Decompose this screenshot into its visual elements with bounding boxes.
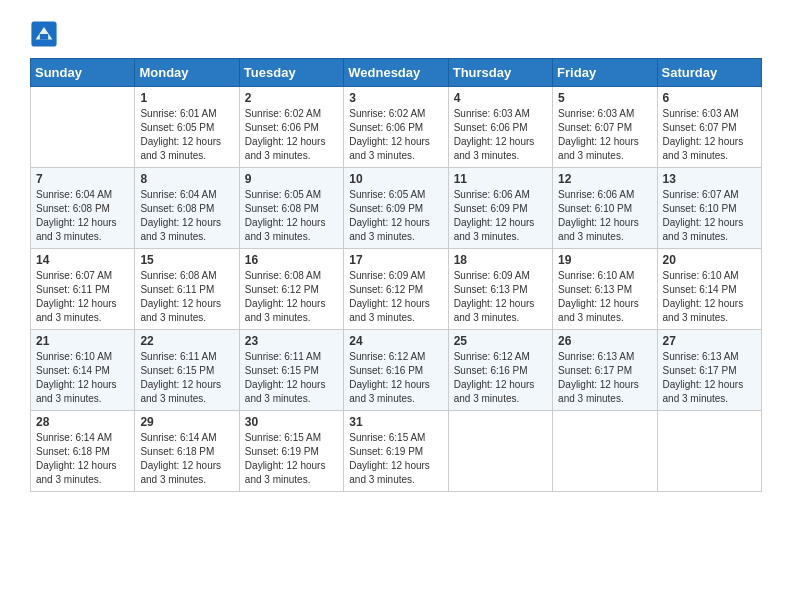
calendar-cell xyxy=(553,411,657,492)
daylight-text: Daylight: 12 hours and 3 minutes. xyxy=(349,378,442,406)
cell-info: Sunrise: 6:04 AM Sunset: 6:08 PM Dayligh… xyxy=(36,188,129,244)
cell-info: Sunrise: 6:11 AM Sunset: 6:15 PM Dayligh… xyxy=(140,350,233,406)
cell-info: Sunrise: 6:09 AM Sunset: 6:12 PM Dayligh… xyxy=(349,269,442,325)
day-number: 9 xyxy=(245,172,338,186)
cell-info: Sunrise: 6:08 AM Sunset: 6:12 PM Dayligh… xyxy=(245,269,338,325)
cell-info: Sunrise: 6:02 AM Sunset: 6:06 PM Dayligh… xyxy=(245,107,338,163)
sunrise-text: Sunrise: 6:02 AM xyxy=(349,107,442,121)
sunset-text: Sunset: 6:07 PM xyxy=(558,121,651,135)
calendar-cell: 6 Sunrise: 6:03 AM Sunset: 6:07 PM Dayli… xyxy=(657,87,761,168)
sunset-text: Sunset: 6:09 PM xyxy=(454,202,547,216)
daylight-text: Daylight: 12 hours and 3 minutes. xyxy=(558,297,651,325)
svg-rect-2 xyxy=(40,34,48,40)
sunset-text: Sunset: 6:16 PM xyxy=(454,364,547,378)
day-number: 11 xyxy=(454,172,547,186)
calendar-cell: 31 Sunrise: 6:15 AM Sunset: 6:19 PM Dayl… xyxy=(344,411,448,492)
calendar-cell: 16 Sunrise: 6:08 AM Sunset: 6:12 PM Dayl… xyxy=(239,249,343,330)
calendar-cell xyxy=(657,411,761,492)
daylight-text: Daylight: 12 hours and 3 minutes. xyxy=(245,378,338,406)
day-number: 24 xyxy=(349,334,442,348)
cell-info: Sunrise: 6:03 AM Sunset: 6:06 PM Dayligh… xyxy=(454,107,547,163)
daylight-text: Daylight: 12 hours and 3 minutes. xyxy=(245,459,338,487)
logo xyxy=(30,20,62,48)
day-number: 18 xyxy=(454,253,547,267)
sunrise-text: Sunrise: 6:14 AM xyxy=(140,431,233,445)
calendar-cell: 11 Sunrise: 6:06 AM Sunset: 6:09 PM Dayl… xyxy=(448,168,552,249)
daylight-text: Daylight: 12 hours and 3 minutes. xyxy=(454,216,547,244)
calendar-cell: 7 Sunrise: 6:04 AM Sunset: 6:08 PM Dayli… xyxy=(31,168,135,249)
calendar-table: SundayMondayTuesdayWednesdayThursdayFrid… xyxy=(30,58,762,492)
sunset-text: Sunset: 6:15 PM xyxy=(140,364,233,378)
day-number: 25 xyxy=(454,334,547,348)
day-number: 4 xyxy=(454,91,547,105)
sunrise-text: Sunrise: 6:13 AM xyxy=(663,350,756,364)
day-number: 12 xyxy=(558,172,651,186)
sunrise-text: Sunrise: 6:10 AM xyxy=(663,269,756,283)
sunrise-text: Sunrise: 6:05 AM xyxy=(349,188,442,202)
sunset-text: Sunset: 6:07 PM xyxy=(663,121,756,135)
sunset-text: Sunset: 6:13 PM xyxy=(558,283,651,297)
day-number: 6 xyxy=(663,91,756,105)
day-number: 5 xyxy=(558,91,651,105)
cell-info: Sunrise: 6:01 AM Sunset: 6:05 PM Dayligh… xyxy=(140,107,233,163)
daylight-text: Daylight: 12 hours and 3 minutes. xyxy=(140,297,233,325)
calendar-cell: 4 Sunrise: 6:03 AM Sunset: 6:06 PM Dayli… xyxy=(448,87,552,168)
calendar-cell xyxy=(31,87,135,168)
daylight-text: Daylight: 12 hours and 3 minutes. xyxy=(140,135,233,163)
sunset-text: Sunset: 6:19 PM xyxy=(349,445,442,459)
sunset-text: Sunset: 6:17 PM xyxy=(663,364,756,378)
calendar-week-4: 21 Sunrise: 6:10 AM Sunset: 6:14 PM Dayl… xyxy=(31,330,762,411)
daylight-text: Daylight: 12 hours and 3 minutes. xyxy=(245,216,338,244)
calendar-cell: 21 Sunrise: 6:10 AM Sunset: 6:14 PM Dayl… xyxy=(31,330,135,411)
day-number: 28 xyxy=(36,415,129,429)
cell-info: Sunrise: 6:06 AM Sunset: 6:10 PM Dayligh… xyxy=(558,188,651,244)
cell-info: Sunrise: 6:13 AM Sunset: 6:17 PM Dayligh… xyxy=(558,350,651,406)
sunset-text: Sunset: 6:19 PM xyxy=(245,445,338,459)
calendar-cell: 12 Sunrise: 6:06 AM Sunset: 6:10 PM Dayl… xyxy=(553,168,657,249)
sunrise-text: Sunrise: 6:07 AM xyxy=(663,188,756,202)
sunrise-text: Sunrise: 6:03 AM xyxy=(454,107,547,121)
daylight-text: Daylight: 12 hours and 3 minutes. xyxy=(245,297,338,325)
page-header xyxy=(30,20,762,48)
calendar-cell: 13 Sunrise: 6:07 AM Sunset: 6:10 PM Dayl… xyxy=(657,168,761,249)
calendar-cell: 19 Sunrise: 6:10 AM Sunset: 6:13 PM Dayl… xyxy=(553,249,657,330)
calendar-week-1: 1 Sunrise: 6:01 AM Sunset: 6:05 PM Dayli… xyxy=(31,87,762,168)
day-number: 7 xyxy=(36,172,129,186)
daylight-text: Daylight: 12 hours and 3 minutes. xyxy=(36,297,129,325)
daylight-text: Daylight: 12 hours and 3 minutes. xyxy=(454,378,547,406)
sunset-text: Sunset: 6:06 PM xyxy=(245,121,338,135)
daylight-text: Daylight: 12 hours and 3 minutes. xyxy=(558,378,651,406)
daylight-text: Daylight: 12 hours and 3 minutes. xyxy=(36,216,129,244)
sunrise-text: Sunrise: 6:11 AM xyxy=(140,350,233,364)
sunrise-text: Sunrise: 6:05 AM xyxy=(245,188,338,202)
daylight-text: Daylight: 12 hours and 3 minutes. xyxy=(454,297,547,325)
day-number: 31 xyxy=(349,415,442,429)
sunset-text: Sunset: 6:08 PM xyxy=(36,202,129,216)
day-number: 20 xyxy=(663,253,756,267)
calendar-cell: 20 Sunrise: 6:10 AM Sunset: 6:14 PM Dayl… xyxy=(657,249,761,330)
calendar-week-2: 7 Sunrise: 6:04 AM Sunset: 6:08 PM Dayli… xyxy=(31,168,762,249)
day-number: 2 xyxy=(245,91,338,105)
daylight-text: Daylight: 12 hours and 3 minutes. xyxy=(140,459,233,487)
cell-info: Sunrise: 6:13 AM Sunset: 6:17 PM Dayligh… xyxy=(663,350,756,406)
cell-info: Sunrise: 6:10 AM Sunset: 6:13 PM Dayligh… xyxy=(558,269,651,325)
calendar-cell: 15 Sunrise: 6:08 AM Sunset: 6:11 PM Dayl… xyxy=(135,249,239,330)
daylight-text: Daylight: 12 hours and 3 minutes. xyxy=(663,297,756,325)
calendar-cell: 24 Sunrise: 6:12 AM Sunset: 6:16 PM Dayl… xyxy=(344,330,448,411)
daylight-text: Daylight: 12 hours and 3 minutes. xyxy=(349,135,442,163)
cell-info: Sunrise: 6:02 AM Sunset: 6:06 PM Dayligh… xyxy=(349,107,442,163)
calendar-cell: 27 Sunrise: 6:13 AM Sunset: 6:17 PM Dayl… xyxy=(657,330,761,411)
day-number: 15 xyxy=(140,253,233,267)
cell-info: Sunrise: 6:12 AM Sunset: 6:16 PM Dayligh… xyxy=(349,350,442,406)
cell-info: Sunrise: 6:05 AM Sunset: 6:09 PM Dayligh… xyxy=(349,188,442,244)
daylight-text: Daylight: 12 hours and 3 minutes. xyxy=(245,135,338,163)
calendar-cell: 5 Sunrise: 6:03 AM Sunset: 6:07 PM Dayli… xyxy=(553,87,657,168)
day-of-week-tuesday: Tuesday xyxy=(239,59,343,87)
sunrise-text: Sunrise: 6:09 AM xyxy=(349,269,442,283)
sunrise-text: Sunrise: 6:03 AM xyxy=(558,107,651,121)
calendar-cell: 17 Sunrise: 6:09 AM Sunset: 6:12 PM Dayl… xyxy=(344,249,448,330)
cell-info: Sunrise: 6:10 AM Sunset: 6:14 PM Dayligh… xyxy=(663,269,756,325)
day-number: 17 xyxy=(349,253,442,267)
cell-info: Sunrise: 6:05 AM Sunset: 6:08 PM Dayligh… xyxy=(245,188,338,244)
calendar-cell: 26 Sunrise: 6:13 AM Sunset: 6:17 PM Dayl… xyxy=(553,330,657,411)
